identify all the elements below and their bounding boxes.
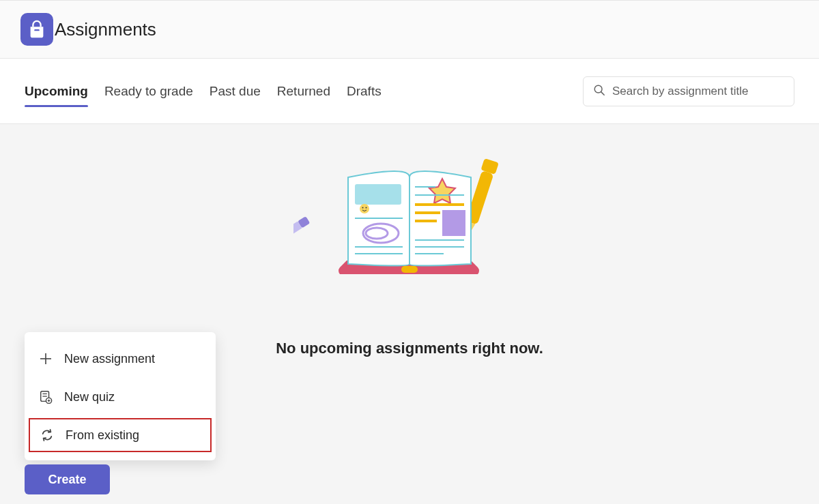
empty-state-message: No upcoming assignments right now. [276, 340, 543, 357]
main-content: No upcoming assignments right now. [0, 124, 819, 357]
svg-rect-5 [355, 184, 401, 205]
search-box[interactable] [583, 76, 794, 106]
svg-rect-23 [401, 266, 418, 273]
svg-point-6 [360, 204, 369, 213]
menu-item-label: New assignment [64, 352, 155, 366]
menu-item-label: From existing [66, 428, 139, 443]
tab-ready-to-grade[interactable]: Ready to grade [104, 61, 193, 122]
menu-item-new-assignment[interactable]: New assignment [25, 342, 216, 376]
menu-item-from-existing[interactable]: From existing [29, 418, 212, 452]
app-title: Assignments [55, 19, 156, 40]
create-menu: New assignment New quiz From existing [25, 332, 216, 460]
tab-upcoming[interactable]: Upcoming [25, 61, 88, 122]
svg-point-7 [362, 207, 364, 209]
tab-drafts[interactable]: Drafts [347, 61, 382, 122]
app-icon [20, 13, 53, 46]
svg-line-2 [601, 91, 604, 94]
svg-rect-0 [34, 29, 40, 31]
search-input[interactable] [612, 85, 784, 98]
tab-returned[interactable]: Returned [277, 61, 330, 122]
menu-item-new-quiz[interactable]: New quiz [25, 380, 216, 414]
app-header: Assignments [0, 0, 819, 59]
svg-rect-19 [442, 210, 465, 236]
empty-illustration [293, 151, 526, 301]
quiz-icon [38, 389, 53, 404]
search-icon [593, 84, 605, 99]
menu-item-label: New quiz [64, 390, 115, 404]
svg-point-8 [366, 207, 367, 209]
refresh-icon [40, 428, 55, 443]
tabs-container: Upcoming Ready to grade Past due Returne… [25, 59, 382, 123]
tab-past-due[interactable]: Past due [210, 61, 261, 122]
svg-rect-25 [293, 221, 302, 257]
create-button[interactable]: Create [25, 464, 110, 494]
toolbar: Upcoming Ready to grade Past due Returne… [0, 59, 819, 124]
plus-icon [38, 351, 53, 366]
